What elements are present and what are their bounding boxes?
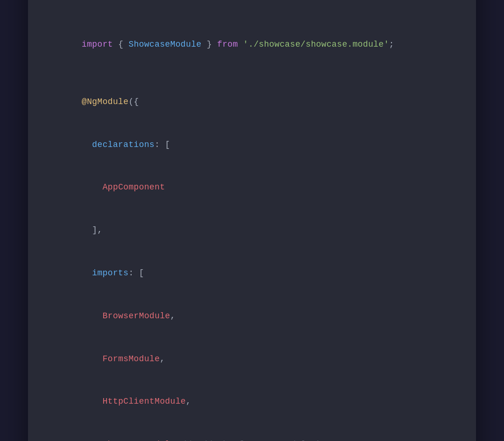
blank-line	[50, 66, 454, 81]
code-line: ],	[50, 209, 454, 252]
code-line: declarations: [	[50, 123, 454, 166]
code-editor: import { HttpClientModule } from '@angul…	[28, 0, 476, 441]
decorator-ngmodule: @NgModule	[82, 97, 128, 106]
code-line: @NgModule({	[50, 80, 454, 123]
code-line: HttpClientModule,	[50, 380, 454, 423]
blank-line	[50, 9, 454, 23]
code-window: import { HttpClientModule } from '@angul…	[28, 0, 476, 441]
code-line: imports: [	[50, 252, 454, 294]
code-line: import { AppComponent } from './app.comp…	[50, 0, 454, 9]
code-line: BrowserModule,	[50, 294, 454, 337]
code-line: import { ShowcaseModule } from './showca…	[50, 23, 454, 66]
code-line: AppComponent	[50, 166, 454, 209]
code-line: FormsModule,	[50, 337, 454, 380]
code-line: ShowcaseModule // add the feature module…	[50, 423, 454, 441]
